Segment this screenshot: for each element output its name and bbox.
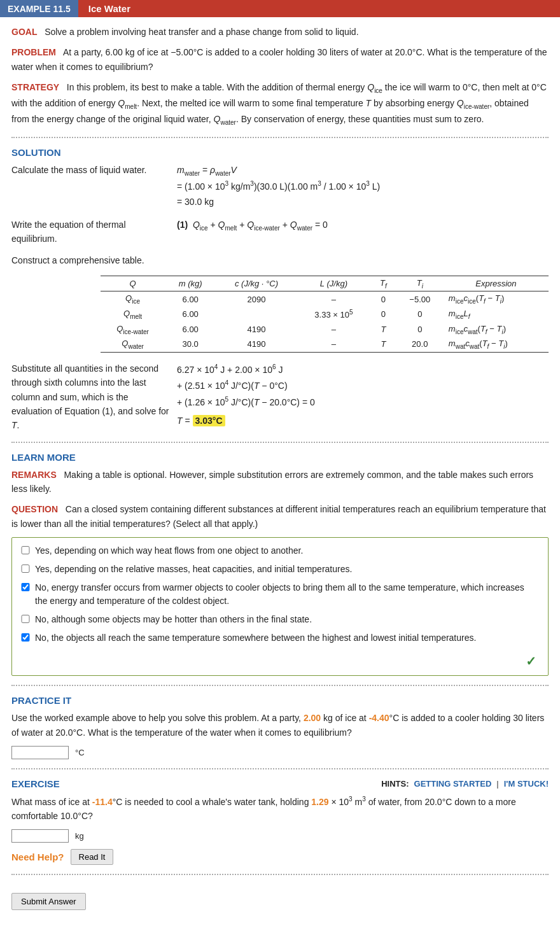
need-help-label: Need Help? bbox=[11, 852, 64, 862]
learn-more-title: LEARN MORE bbox=[11, 452, 549, 463]
question-label: QUESTION bbox=[11, 504, 58, 514]
option-4-row: No, although some objects may be hotter … bbox=[21, 613, 539, 626]
strategy-label: STRATEGY bbox=[11, 82, 59, 92]
title-text: Ice Water bbox=[88, 3, 130, 14]
hint-divider: | bbox=[496, 779, 498, 789]
submit-row: Submit Answer bbox=[11, 884, 549, 910]
row4-q: Qwater bbox=[101, 337, 165, 352]
row2-tf: 0 bbox=[370, 307, 396, 322]
exercise-title: EXERCISE bbox=[11, 778, 60, 789]
col-header-tf: Tf bbox=[370, 276, 396, 291]
option-3-checkbox[interactable] bbox=[21, 583, 30, 591]
hints-label: HINTS: bbox=[381, 779, 409, 789]
option-4-text[interactable]: No, although some objects may be hotter … bbox=[35, 613, 312, 626]
exercise-input-row: kg bbox=[11, 829, 549, 843]
col-header-ti: Ti bbox=[396, 276, 444, 291]
goal-label: GOAL bbox=[11, 27, 37, 37]
option-1-checkbox[interactable] bbox=[21, 546, 30, 554]
row2-m: 6.00 bbox=[165, 307, 216, 322]
solution-substitute: Substitute all quantities in the second … bbox=[11, 361, 549, 433]
practice-it-title: PRACTICE IT bbox=[11, 695, 549, 706]
option-5-checkbox[interactable] bbox=[21, 633, 30, 642]
row1-q: Qice bbox=[101, 291, 165, 307]
row4-tf: T bbox=[370, 337, 396, 352]
submit-button[interactable]: Submit Answer bbox=[11, 893, 86, 910]
step1-math: mwater = ρwaterV = (1.00 × 103 kg/m3)(30… bbox=[177, 163, 549, 210]
row4-m: 30.0 bbox=[165, 337, 216, 352]
row2-l: 3.33 × 105 bbox=[297, 307, 370, 322]
problem-text: At a party, 6.00 kg of ice at −5.00°C is… bbox=[11, 47, 547, 71]
answer-highlighted: 3.03°C bbox=[193, 415, 225, 426]
problem-label: PROBLEM bbox=[11, 47, 56, 57]
row4-l: – bbox=[297, 337, 370, 352]
example-label: EXAMPLE 11.5 bbox=[0, 0, 78, 17]
question-paragraph: QUESTION Can a closed system containing … bbox=[11, 502, 549, 531]
option-1-row: Yes, depending on which way heat flows f… bbox=[21, 544, 539, 558]
practice-answer-input[interactable] bbox=[11, 746, 69, 759]
exercise-unit: kg bbox=[75, 831, 84, 841]
row1-l: – bbox=[297, 291, 370, 307]
option-3-row: No, energy transfer occurs from warmer o… bbox=[21, 581, 539, 608]
row2-q: Qmelt bbox=[101, 307, 165, 322]
practice-input-row: °C bbox=[11, 746, 549, 759]
example-number: EXAMPLE 11.5 bbox=[8, 4, 71, 14]
problem-paragraph: PROBLEM At a party, 6.00 kg of ice at −5… bbox=[11, 45, 549, 74]
need-help-row: Need Help? Read It bbox=[11, 849, 549, 865]
step3-label: Construct a comprehensive table. bbox=[11, 253, 177, 267]
row3-tf: T bbox=[370, 322, 396, 337]
row2-ti: 0 bbox=[396, 307, 444, 322]
col-header-c: c (J/kg · °C) bbox=[216, 276, 297, 291]
strategy-paragraph: STRATEGY In this problem, its best to ma… bbox=[11, 80, 549, 127]
main-content: GOAL Solve a problem involving heat tran… bbox=[0, 25, 560, 923]
step1-label: Calculate the mass of liquid water. bbox=[11, 163, 177, 177]
example-title: Ice Water bbox=[78, 0, 560, 17]
exercise-header: EXERCISE HINTS: GETTING STARTED | I'M ST… bbox=[11, 778, 549, 789]
table-row: Qwater 30.0 4190 – T 20.0 mwatcwat(Tf − … bbox=[101, 337, 549, 352]
im-stuck-link[interactable]: I'M STUCK! bbox=[504, 779, 549, 789]
exercise-temp-value: -11.4 bbox=[92, 797, 113, 807]
option-2-checkbox[interactable] bbox=[21, 565, 30, 573]
step2-label: Write the equation of thermal equilibriu… bbox=[11, 218, 177, 246]
col-header-q: Q bbox=[101, 276, 165, 291]
option-4-checkbox[interactable] bbox=[21, 615, 30, 623]
table-row: Qmelt 6.00 3.33 × 105 0 0 miceLf bbox=[101, 307, 549, 322]
option-3-text[interactable]: No, energy transfer occurs from warmer o… bbox=[35, 581, 539, 608]
divider-2 bbox=[11, 442, 549, 443]
practice-temp-value: -4.40 bbox=[369, 713, 389, 723]
solution-section: SOLUTION Calculate the mass of liquid wa… bbox=[11, 147, 549, 433]
hints-area: HINTS: GETTING STARTED | I'M STUCK! bbox=[381, 779, 549, 789]
exercise-section: EXERCISE HINTS: GETTING STARTED | I'M ST… bbox=[11, 778, 549, 865]
read-it-button[interactable]: Read It bbox=[71, 849, 114, 865]
getting-started-link[interactable]: GETTING STARTED bbox=[414, 779, 492, 789]
row3-c: 4190 bbox=[216, 322, 297, 337]
divider-3 bbox=[11, 685, 549, 686]
option-1-text[interactable]: Yes, depending on which way heat flows f… bbox=[35, 544, 303, 558]
col-header-l: L (J/kg) bbox=[297, 276, 370, 291]
row1-m: 6.00 bbox=[165, 291, 216, 307]
goal-paragraph: GOAL Solve a problem involving heat tran… bbox=[11, 25, 549, 39]
solution-step-2: Write the equation of thermal equilibriu… bbox=[11, 218, 549, 246]
exercise-answer-input[interactable] bbox=[11, 829, 69, 843]
option-2-text[interactable]: Yes, depending on the relative masses, h… bbox=[35, 563, 352, 576]
remarks-label: REMARKS bbox=[11, 470, 57, 480]
row3-expr: micecwat(Tf − Ti) bbox=[444, 322, 549, 337]
solution-step-3: Construct a comprehensive table. bbox=[11, 253, 549, 267]
equilibrium-table-container: Q m (kg) c (J/kg · °C) L (J/kg) Tf Ti Ex… bbox=[101, 276, 549, 353]
solution-step-1: Calculate the mass of liquid water. mwat… bbox=[11, 163, 549, 210]
row4-c: 4190 bbox=[216, 337, 297, 352]
practice-it-section: PRACTICE IT Use the worked example above… bbox=[11, 695, 549, 759]
row1-ti: −5.00 bbox=[396, 291, 444, 307]
row3-l: – bbox=[297, 322, 370, 337]
col-header-m: m (kg) bbox=[165, 276, 216, 291]
option-5-text[interactable]: No, the objects all reach the same tempe… bbox=[35, 631, 476, 645]
col-header-expr: Expression bbox=[444, 276, 549, 291]
table-row: Qice-water 6.00 4190 – T 0 micecwat(Tf −… bbox=[101, 322, 549, 337]
exercise-text: What mass of ice at -11.4°C is needed to… bbox=[11, 794, 549, 823]
green-checkmark: ✓ bbox=[526, 654, 536, 669]
divider-5 bbox=[11, 874, 549, 875]
row2-expr: miceLf bbox=[444, 307, 549, 322]
row3-ti: 0 bbox=[396, 322, 444, 337]
option-2-row: Yes, depending on the relative masses, h… bbox=[21, 563, 539, 576]
remarks-text: Making a table is optional. However, sim… bbox=[11, 470, 533, 494]
row3-q: Qice-water bbox=[101, 322, 165, 337]
